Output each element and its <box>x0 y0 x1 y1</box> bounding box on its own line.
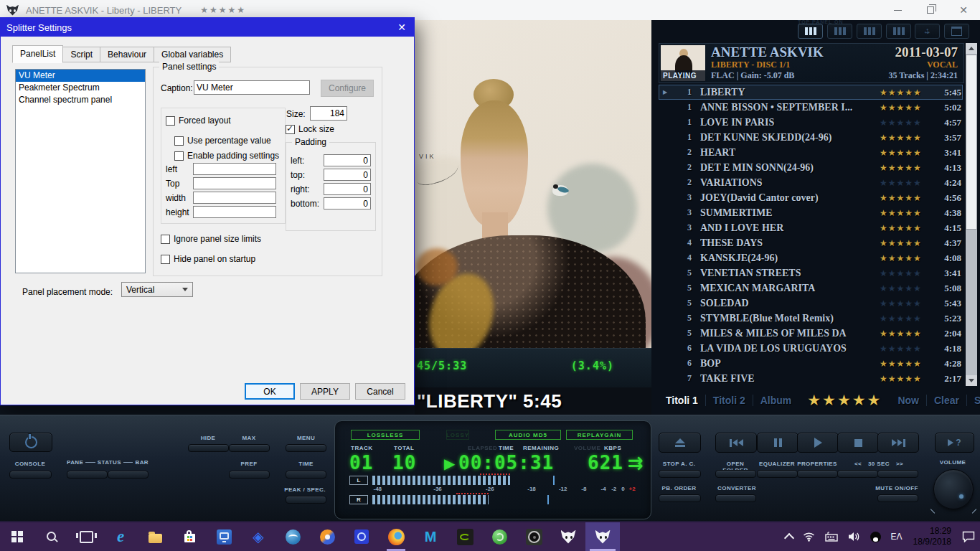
lock-size-checkbox[interactable] <box>286 125 295 134</box>
track-row[interactable]: ▶ 1 LIBERTY ★★★★★ 5:45 <box>659 85 963 100</box>
track-row[interactable]: 4 KANSKJE(24-96) ★★★★★ 4:08 <box>659 250 963 265</box>
panel-list-item[interactable]: Channel spectrum panel <box>16 94 145 106</box>
mute-button[interactable] <box>877 494 918 502</box>
track-row[interactable]: 1 ANNE BISSON • SEPTEMBER I... ★★★★★ 5:0… <box>659 100 963 115</box>
hide-button[interactable] <box>188 444 229 452</box>
track-rating-stars[interactable]: ★★★★★ <box>880 329 934 339</box>
scrollbar-thumb[interactable] <box>966 55 977 230</box>
padding-field-input[interactable] <box>324 183 371 195</box>
peak-spec-button[interactable] <box>286 496 326 504</box>
intel-assistant-icon[interactable] <box>207 522 241 551</box>
track-row[interactable]: 7 TAKE FIVE ★★★★★ 2:17 <box>659 371 963 386</box>
seek-back-button[interactable] <box>837 470 878 478</box>
dialog-tab[interactable]: Global variables <box>154 47 231 62</box>
track-rating-stars[interactable]: ★★★★★ <box>880 88 934 98</box>
padding-field-input[interactable] <box>324 154 371 166</box>
max-button[interactable] <box>229 444 270 452</box>
track-rating-stars[interactable]: ★★★★★ <box>880 344 934 354</box>
percentage-checkbox[interactable] <box>174 136 184 146</box>
track-row[interactable]: 1 LOVE IN PARIS ★★★★★ 4:57 <box>659 115 963 130</box>
task-view-icon[interactable] <box>69 522 103 551</box>
padding-field-input[interactable] <box>324 169 371 181</box>
track-rating-stars[interactable]: ★★★★★ <box>880 374 934 384</box>
apply-button[interactable]: APPLY <box>300 383 350 400</box>
search-icon[interactable] <box>34 522 69 551</box>
menu-button[interactable] <box>286 444 326 452</box>
stop-ac-button[interactable] <box>659 470 701 478</box>
power-button[interactable] <box>9 433 52 452</box>
language-indicator[interactable]: EΛ <box>886 522 908 551</box>
track-rating-stars[interactable]: ★★★★★ <box>880 253 934 263</box>
track-row[interactable]: 2 VARIATIONS ★★★★★ 4:24 <box>659 175 963 190</box>
dialog-close-button[interactable]: ✕ <box>390 18 414 37</box>
window-mode-button[interactable] <box>944 24 969 39</box>
layout-field-input[interactable] <box>193 206 276 218</box>
openoffice-icon[interactable] <box>275 522 310 551</box>
layout-field-input[interactable] <box>193 177 276 189</box>
track-row[interactable]: 2 DET E MIN SONN(24-96) ★★★★★ 4:13 <box>659 160 963 175</box>
properties-button[interactable] <box>797 470 838 478</box>
layout-columns-button-1[interactable] <box>798 24 823 39</box>
layout-field-input[interactable] <box>193 192 276 204</box>
track-rating-stars[interactable]: ★★★★★ <box>880 359 934 369</box>
dialog-titlebar[interactable]: Splitter Settings ✕ <box>1 18 414 37</box>
track-rating-stars[interactable]: ★★★★★ <box>880 163 934 173</box>
footer-rating-stars[interactable]: ★★★★★ <box>798 392 890 409</box>
eject-button[interactable] <box>659 433 701 453</box>
playlist-action-button[interactable]: Scroll <box>966 395 980 406</box>
dropbox-icon[interactable]: ◈ <box>241 522 275 551</box>
edge-icon[interactable]: e <box>103 522 138 551</box>
track-rating-stars[interactable]: ★★★★★ <box>880 103 934 113</box>
clock[interactable]: 18:29 18/9/2018 <box>908 526 957 547</box>
track-rating-stars[interactable]: ★★★★★ <box>880 314 934 324</box>
ok-button[interactable]: OK <box>245 383 295 400</box>
foobar2000-icon[interactable] <box>551 522 585 551</box>
track-row[interactable]: 5 MEXICAN MARGARITA ★★★★★ 5:08 <box>659 281 963 296</box>
track-row[interactable]: 4 THESE DAYS ★★★★★ 4:37 <box>659 235 963 250</box>
minimize-button[interactable] <box>881 0 914 20</box>
tray-app-icon[interactable] <box>865 522 886 551</box>
track-rating-stars[interactable]: ★★★★★ <box>880 148 934 158</box>
forced-layout-row[interactable]: Forced layout <box>166 116 231 126</box>
nvidia-icon[interactable] <box>448 522 482 551</box>
volume-knob[interactable] <box>933 469 974 509</box>
wifi-icon[interactable] <box>798 522 820 551</box>
track-row[interactable]: 1 DET KUNNE SKJEDD(24-96) ★★★★★ 3:57 <box>659 130 963 145</box>
dialog-tab[interactable]: Script <box>63 47 100 62</box>
play-question-button[interactable]: ? <box>935 433 974 453</box>
console-button[interactable] <box>9 471 52 479</box>
start-button-icon[interactable] <box>0 522 34 551</box>
track-row[interactable]: 3 SUMMERTIME ★★★★★ 4:38 <box>659 205 963 220</box>
file-explorer-icon[interactable] <box>138 522 172 551</box>
next-button[interactable] <box>877 433 919 453</box>
track-row[interactable]: 2 HEART ★★★★★ 3:41 <box>659 145 963 160</box>
dialog-tab[interactable]: PanelList <box>12 45 63 63</box>
forced-layout-checkbox[interactable] <box>166 116 175 126</box>
status-bar-button[interactable] <box>108 471 149 479</box>
ignore-limits-checkbox[interactable] <box>161 235 170 244</box>
close-button[interactable]: ✕ <box>947 0 980 20</box>
scroll-up-icon[interactable] <box>966 43 977 54</box>
track-rating-stars[interactable]: ★★★★★ <box>880 223 934 233</box>
restore-button[interactable] <box>914 0 947 20</box>
track-rating-stars[interactable]: ★★★★★ <box>880 283 934 293</box>
padding-settings-checkbox[interactable] <box>174 151 184 161</box>
track-row[interactable]: 3 AND I LOVE HER ★★★★★ 4:15 <box>659 220 963 235</box>
placement-mode-dropdown[interactable]: Vertical <box>121 282 193 297</box>
firefox-icon[interactable] <box>379 522 413 551</box>
album-thumbnail[interactable]: PLAYING <box>661 45 705 81</box>
dialog-tab[interactable]: Behaviour <box>100 47 154 62</box>
layout-columns-button-4[interactable] <box>886 24 911 39</box>
pb-order-button[interactable] <box>659 494 701 502</box>
equalizer-button[interactable] <box>757 470 798 478</box>
camera-app-icon[interactable] <box>517 522 551 551</box>
track-rating-stars[interactable]: ★★★★★ <box>880 238 934 248</box>
playlist-tab[interactable]: Album <box>753 395 799 406</box>
layout-columns-button-3[interactable] <box>857 24 882 39</box>
malwarebytes-icon[interactable]: M <box>413 522 448 551</box>
converter-button[interactable] <box>715 494 756 502</box>
track-row[interactable]: 6 BOP ★★★★★ 4:28 <box>659 356 963 371</box>
foobar2000-active-icon[interactable] <box>585 522 620 551</box>
track-rating-stars[interactable]: ★★★★★ <box>880 193 934 203</box>
lock-size-row[interactable]: Lock size <box>286 124 334 134</box>
